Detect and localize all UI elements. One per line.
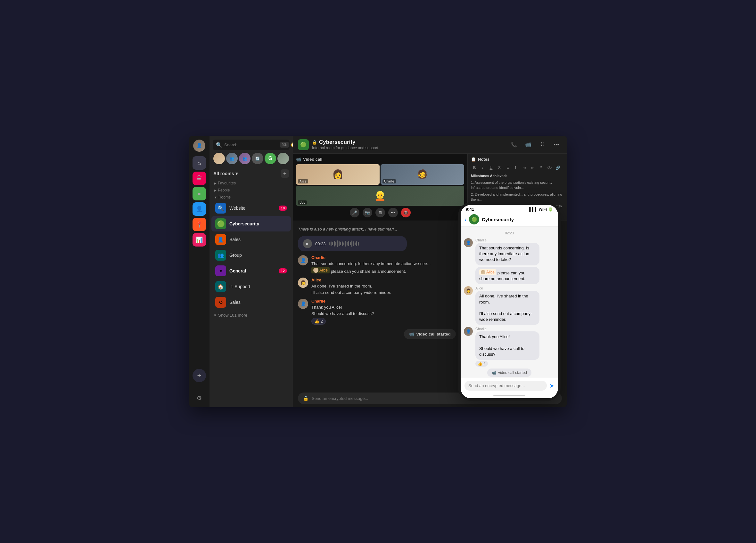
app-container: 👤 ⌂ 🏛 ● 👤 📍 📊 + ⚙ 🔍 ⌘K 🧭 👥 👥 🔄 G — [189, 136, 567, 407]
search-icon: 🔍 — [216, 142, 222, 148]
back-button[interactable]: ‹ — [464, 216, 466, 223]
all-rooms-title[interactable]: All rooms ▾ — [213, 171, 238, 176]
room-item-sales1[interactable]: 👤 Sales — [211, 232, 291, 247]
mobile-charlie-avatar-2: 👤 — [464, 327, 473, 336]
add-room-button[interactable]: + — [281, 169, 289, 178]
participant-charlie: Charlie — [382, 179, 396, 184]
italic-button[interactable]: I — [479, 164, 486, 171]
mute-button[interactable]: 🎤 — [350, 208, 359, 218]
audio-play-button[interactable]: ▶ — [303, 239, 312, 248]
mobile-msg-body-charlie-2: Charlie Thank you Alice! Should we have … — [475, 327, 539, 366]
video-button[interactable]: 📹 — [523, 139, 534, 150]
video-tile-bob: 👱 Bob — [296, 186, 464, 206]
emoji-reaction[interactable]: 👍 2 — [311, 318, 326, 325]
mobile-time-stamp: 02:23 — [464, 230, 555, 236]
favourites-section[interactable]: ▶ Favourites — [210, 179, 293, 186]
charlie-avatar-1: 👤 — [298, 255, 308, 266]
video-toggle-button[interactable]: 📷 — [363, 208, 372, 218]
show-more-button[interactable]: ▾ Show 101 more — [210, 310, 293, 320]
add-workspace-btn[interactable]: + — [193, 369, 206, 382]
bold-button[interactable]: B — [471, 164, 478, 171]
participant-bob: Bob — [298, 201, 307, 205]
settings-icon-btn[interactable]: ⚙ — [194, 392, 205, 403]
video-section: 📹 Video call 👩 Alice 🧔 Charlie — [293, 154, 468, 221]
avatar-2[interactable]: 👥 — [226, 153, 238, 164]
avatar-5[interactable] — [277, 153, 289, 164]
home-bar — [493, 395, 525, 396]
avatar-3[interactable]: 👥 — [239, 153, 251, 164]
video-tile-charlie: 🧔 Charlie — [381, 164, 464, 185]
user-avatar[interactable]: 👤 — [193, 140, 205, 152]
mobile-header: ‹ 🟢 Cybersecurity — [461, 212, 558, 227]
code-button[interactable]: </> — [546, 164, 553, 171]
room-icon-itsupport: 🏠 — [215, 281, 226, 292]
room-name-website: Website — [229, 206, 275, 211]
room-badge-general: 12 — [279, 268, 287, 273]
status-icon-btn[interactable]: ● — [193, 187, 206, 201]
signal-icon: ▌▌▌ — [529, 207, 538, 212]
room-icon-sales1: 👤 — [215, 234, 226, 245]
strikethrough-button[interactable]: S — [496, 164, 503, 171]
chat-room-icon: 🟢 — [298, 139, 309, 150]
location-icon-btn[interactable]: 📍 — [193, 218, 206, 231]
wifi-icon: WiFi — [539, 207, 547, 212]
avatar-1[interactable] — [213, 153, 225, 164]
charlie-avatar-2: 👤 — [298, 299, 308, 309]
video-grid: 👩 Alice 🧔 Charlie 👱 Bob — [296, 164, 464, 206]
chat-header-info: 🔒 Cybersecurity Internal room for guidan… — [312, 139, 505, 150]
avatar-4[interactable]: 🔄 — [252, 153, 263, 164]
underline-button[interactable]: U — [488, 164, 495, 171]
more-call-button[interactable]: ••• — [388, 208, 398, 218]
list-button[interactable]: ≡ — [504, 164, 511, 171]
audio-message[interactable]: ▶ 00:23 — [298, 236, 407, 251]
room-item-sales2[interactable]: ↺ Sales — [211, 294, 291, 310]
avatar-g[interactable]: G — [265, 153, 276, 164]
indent-button[interactable]: ⇥ — [521, 164, 528, 171]
more-button[interactable]: ••• — [551, 139, 562, 150]
search-input[interactable] — [224, 143, 278, 147]
end-call-button[interactable]: 📵 — [401, 208, 411, 218]
quote-button[interactable]: ❝ — [538, 164, 545, 171]
room-item-cybersecurity[interactable]: 🟢 Cybersecurity — [211, 216, 291, 232]
contacts-icon-btn[interactable]: 👤 — [193, 202, 206, 216]
phone-button[interactable]: 📞 — [509, 139, 520, 150]
mobile-msg-charlie-1: 👤 Charlie That sounds concerning. Is the… — [464, 238, 555, 284]
chat-subtitle: Internal room for guidance and support — [312, 146, 505, 150]
link-button[interactable]: 🔗 — [554, 164, 561, 171]
mobile-video-call-badge: 📹 video call started — [487, 368, 531, 377]
team-icon-btn[interactable]: 🏛 — [193, 172, 206, 185]
video-label: 📹 Video call — [296, 157, 464, 162]
all-rooms-header: All rooms ▾ + — [210, 168, 293, 179]
home-icon-btn[interactable]: ⌂ — [193, 156, 206, 170]
room-item-itsupport[interactable]: 🏠 IT Support — [211, 279, 291, 294]
mobile-system-msg: 📹 video call started — [464, 368, 555, 377]
room-icon-cybersecurity: 🟢 — [215, 218, 226, 229]
mobile-msg-body-charlie-1: Charlie That sounds concerning. Is there… — [475, 238, 539, 284]
rooms-section[interactable]: ▼ Rooms — [210, 193, 293, 200]
mobile-room-title: Cybersecurity — [482, 217, 554, 222]
screen-share-button[interactable]: 🖥 — [375, 208, 385, 218]
analytics-icon-btn[interactable]: 📊 — [193, 233, 206, 247]
mobile-charlie-avatar-1: 👤 — [464, 238, 473, 247]
ordered-list-button[interactable]: 1. — [513, 164, 520, 171]
video-tile-alice: 👩 Alice — [296, 164, 380, 185]
search-shortcut: ⌘K — [280, 142, 289, 148]
mention-avatar — [313, 268, 318, 273]
outdent-button[interactable]: ⇤ — [529, 164, 536, 171]
mobile-reaction[interactable]: 👍 2 — [475, 361, 488, 366]
people-section[interactable]: ▶ People — [210, 186, 293, 193]
room-icon-sales2: ↺ — [215, 297, 226, 308]
mobile-charlie-name-2: Charlie — [475, 327, 539, 331]
apps-button[interactable]: ⠿ — [537, 139, 548, 150]
call-controls: 🎤 📷 🖥 ••• 📵 — [296, 208, 464, 218]
input-lock-icon: 🔒 — [303, 396, 308, 401]
mobile-send-button[interactable]: ➤ — [549, 382, 554, 389]
sidebar: 🔍 ⌘K 🧭 👥 👥 🔄 G All rooms ▾ + ▶ Favourite… — [210, 136, 293, 407]
room-item-group[interactable]: 👥 Group — [211, 248, 291, 263]
room-item-general[interactable]: ✦ General 12 — [211, 263, 291, 278]
room-item-website[interactable]: 🔍 Website 10 — [211, 201, 291, 216]
mobile-message-input[interactable] — [464, 381, 547, 391]
room-icon-website: 🔍 — [215, 203, 226, 214]
search-bar[interactable]: 🔍 ⌘K 🧭 — [213, 140, 290, 150]
room-name-general: General — [229, 268, 275, 273]
